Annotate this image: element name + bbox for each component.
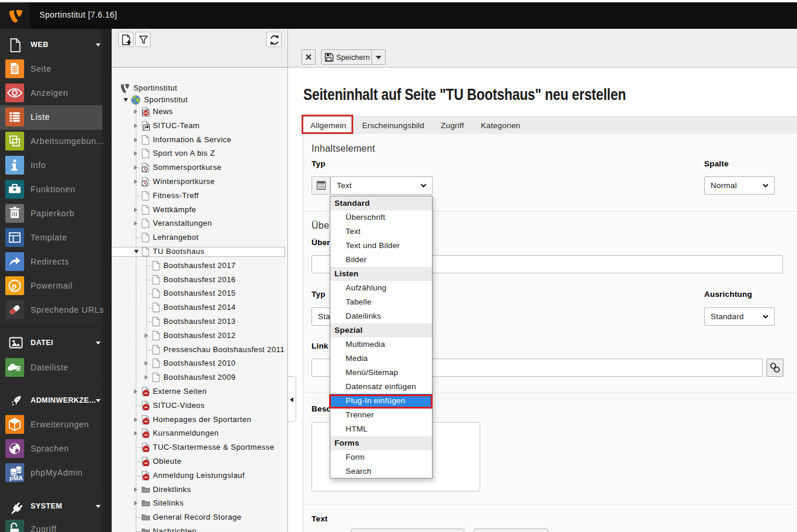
svg-text:p: p <box>11 281 16 292</box>
svg-text:pMA: pMA <box>9 474 23 481</box>
